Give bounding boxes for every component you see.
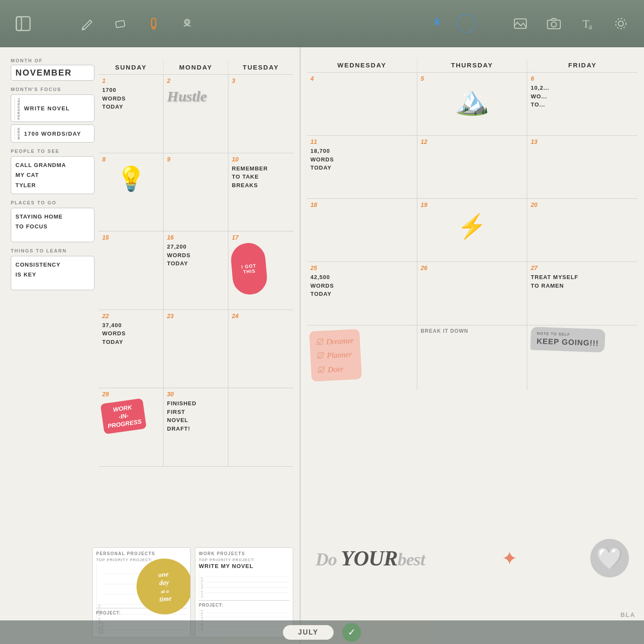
sidebar: Month Of November Month's Focus Personal…	[11, 58, 94, 290]
work-due-dates: Due Dates	[199, 572, 204, 598]
month-value: November	[15, 68, 72, 77]
cal-date-9: 9	[167, 156, 225, 163]
col-sunday: Sunday	[99, 60, 164, 74]
hustle-sticker: Hustle	[167, 88, 225, 105]
places-label: Places To Go	[11, 200, 94, 205]
sidebar-icon[interactable]	[13, 13, 33, 34]
svg-rect-3	[152, 18, 156, 27]
right-date-18: 18	[310, 201, 413, 208]
month-of-label: Month Of	[11, 58, 94, 63]
cal-date-24: 24	[232, 313, 290, 319]
bla-label: BLA	[620, 611, 635, 618]
calendar-left: Sunday Monday Tuesday 1 1700WordsToday 2…	[99, 60, 293, 550]
circle-select-icon[interactable]	[457, 14, 476, 33]
lightning-sticker: ⚡	[421, 213, 524, 240]
camera-icon[interactable]	[544, 13, 564, 34]
right-cell-row5-2: Break It Down	[417, 325, 528, 390]
right-date-27: 27	[531, 264, 634, 271]
svg-point-11	[618, 21, 623, 26]
check-button[interactable]: ✓	[342, 623, 361, 642]
note-title: Note To Self	[537, 331, 599, 337]
right-date-4: 4	[310, 75, 413, 82]
personal-projects-label: Personal Projects	[96, 551, 187, 556]
cal-date-10: 10	[232, 156, 290, 163]
right-page: Wednesday Thursday Friday 4 5 🏔️ 6 10,2.…	[301, 47, 644, 644]
oneday-sticker: onedayat atime	[134, 556, 191, 617]
month-box: November	[11, 65, 94, 81]
cal-content-1: 1700WordsToday	[102, 86, 160, 111]
focus-personal: Personal Write Novel	[11, 94, 94, 122]
focus-text-work: 1700 Words/Day	[24, 131, 81, 137]
right-cell-row5-1: ☑ Dreamer ☑ Planner ☑ Doer	[307, 325, 417, 390]
stamp-icon[interactable]	[177, 13, 197, 34]
right-date-6: 6	[531, 75, 634, 82]
things-box: Consistency Is Key	[11, 256, 94, 290]
people-label: People To See	[11, 149, 94, 154]
wip-sticker: Work-In-Progress	[100, 398, 147, 434]
mountain-sticker: 🏔️	[421, 84, 524, 117]
cal-cell-23: 23	[164, 310, 228, 389]
cal-cell-10: 10 RememberTo TakeBreaks	[228, 153, 293, 232]
left-page: Month Of November Month's Focus Personal…	[0, 47, 301, 644]
sparkle-sticker: ✦	[501, 547, 518, 570]
right-date-26: 26	[421, 264, 524, 271]
type-icon[interactable]: T a	[577, 13, 598, 34]
work-lines: Due Dates	[199, 572, 289, 598]
cal-date-1: 1	[102, 77, 160, 84]
cal-date-30: 30	[167, 391, 225, 398]
cal-cell-24: 24	[228, 310, 293, 389]
col-thursday: Thursday	[417, 58, 528, 72]
cal-date-16: 16	[167, 234, 225, 241]
bottom-stickers: Do YOURbest ✦ 🤍	[307, 515, 638, 601]
july-button[interactable]: July	[283, 625, 333, 640]
cal-cell-16: 16 27,200WordsToday	[164, 231, 228, 310]
focus-tag-personal: Personal	[15, 97, 21, 119]
col-tuesday: Tuesday	[228, 60, 293, 74]
col-monday: Monday	[164, 60, 228, 74]
right-date-5: 5	[421, 75, 524, 82]
settings-icon[interactable]	[611, 13, 631, 34]
svg-point-12	[616, 18, 626, 29]
cal-date-8: 8	[102, 156, 160, 163]
cal-cell-22: 22 37,400WordsToday	[99, 310, 164, 389]
things-item-0: Consistency	[15, 260, 90, 270]
cal-date-2: 2	[167, 77, 225, 84]
note-to-self-sticker: Note To Self Keep Going!!!	[530, 327, 605, 352]
focus-tag-work: Work	[15, 127, 21, 140]
cal-cell-8: 8 💡	[99, 153, 164, 232]
right-date-12: 12	[421, 138, 524, 145]
eraser-icon[interactable]	[110, 13, 131, 34]
things-label: Things To Learn	[11, 248, 94, 253]
work-priority-label: Top Priority Project:	[199, 558, 289, 562]
right-cell-27: 27 Treat MyselfTo Ramen	[527, 262, 638, 325]
igotthis-sticker: I GotThis	[230, 242, 268, 296]
right-cell-6: 6 10,2...Wo...To...	[527, 73, 638, 136]
cal-content-16: 27,200WordsToday	[167, 243, 225, 268]
right-cell-18: 18	[307, 199, 417, 262]
right-cell-11: 11 18,700WordsToday	[307, 136, 417, 199]
cal-date-23: 23	[167, 313, 225, 319]
right-cell-row5-3: Note To Self Keep Going!!!	[527, 325, 638, 390]
right-content-25: 42,500WordsToday	[310, 273, 413, 298]
things-item-1: Is Key	[15, 270, 90, 279]
heart-sticker: 🤍	[590, 539, 629, 577]
right-content-11: 18,700WordsToday	[310, 147, 413, 172]
right-cell-5: 5 🏔️	[417, 73, 528, 136]
right-date-25: 25	[310, 264, 413, 271]
note-text: Keep Going!!!	[537, 337, 599, 348]
cal-cell-3: 3	[228, 75, 293, 153]
right-content-6: 10,2...Wo...To...	[531, 84, 634, 109]
image-icon[interactable]	[510, 13, 531, 34]
pencil-icon[interactable]	[76, 13, 97, 34]
marker-icon[interactable]	[143, 13, 164, 34]
svg-point-5	[186, 21, 188, 23]
cal-header-right: Wednesday Thursday Friday	[307, 47, 638, 73]
people-item-2: Tyler	[15, 180, 90, 190]
right-content-27: Treat MyselfTo Ramen	[531, 273, 634, 290]
bottom-bar: July ✓	[0, 620, 644, 644]
svg-rect-2	[115, 20, 125, 27]
people-box: Call Grandma My Cat Tyler	[11, 156, 94, 194]
svg-point-8	[551, 22, 556, 27]
col-friday: Friday	[527, 58, 638, 72]
cal-cell-30: 30 FinishedFirstNovelDraft!	[164, 388, 228, 467]
